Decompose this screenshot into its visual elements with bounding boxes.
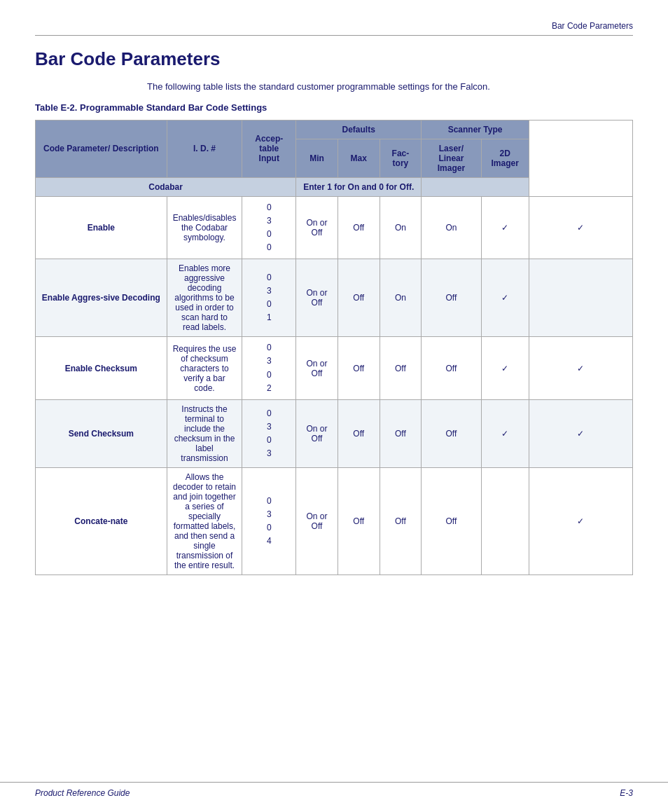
id-cell: 0303 — [242, 400, 296, 468]
col-factory-header: Fac-tory — [380, 139, 422, 177]
table-caption: Table E-2. Programmable Standard Bar Cod… — [35, 102, 633, 113]
2d-cell — [529, 259, 632, 337]
codabar-label: Codabar — [36, 177, 296, 196]
factory-cell: Off — [422, 400, 481, 468]
laser-cell: ✓ — [481, 259, 529, 337]
col-acceptable-header: Accep-table Input — [242, 120, 296, 177]
max-cell: Off — [380, 468, 422, 575]
codabar-note: Enter 1 for On and 0 for Off. — [296, 177, 422, 196]
2d-cell: ✓ — [529, 337, 632, 400]
param-desc-cell: Enables more aggressive decoding algorit… — [167, 259, 242, 337]
acceptable-cell: On orOff — [296, 259, 338, 337]
col-code-param-header: Code Parameter/ Description — [36, 120, 167, 177]
scanner-type-header: Scanner Type — [422, 120, 529, 139]
acceptable-cell: On orOff — [296, 400, 338, 468]
codabar-section-row: Codabar Enter 1 for On and 0 for Off. — [36, 177, 633, 196]
factory-cell: On — [422, 196, 481, 259]
top-header: Bar Code Parameters — [35, 21, 633, 36]
acceptable-cell: On orOff — [296, 337, 338, 400]
param-desc-cell: Instructs the terminal to include the ch… — [167, 400, 242, 468]
max-cell: On — [380, 259, 422, 337]
min-cell: Off — [338, 259, 380, 337]
id-cell: 0301 — [242, 259, 296, 337]
min-cell: Off — [338, 337, 380, 400]
2d-cell: ✓ — [529, 196, 632, 259]
param-name-cell: Enable Checksum — [36, 337, 167, 400]
factory-cell: Off — [422, 468, 481, 575]
table-row: Send ChecksumInstructs the terminal to i… — [36, 400, 633, 468]
page-footer: Product Reference Guide E-3 — [0, 782, 668, 798]
intro-text: The following table lists the standard c… — [147, 80, 633, 94]
acceptable-cell: On orOff — [296, 468, 338, 575]
footer-left: Product Reference Guide — [35, 788, 130, 798]
footer-right: E-3 — [620, 788, 633, 798]
defaults-header: Defaults — [296, 120, 422, 139]
col-2d-header: 2D Imager — [481, 139, 529, 177]
main-table: Code Parameter/ Description I. D. # Acce… — [35, 120, 633, 576]
id-cell: 0302 — [242, 337, 296, 400]
param-name-cell: Concate-nate — [36, 468, 167, 575]
table-row: Enable Aggres-sive DecodingEnables more … — [36, 259, 633, 337]
laser-cell — [481, 468, 529, 575]
2d-cell: ✓ — [529, 400, 632, 468]
codabar-scanner-empty — [422, 177, 529, 196]
col-max-header: Max — [338, 139, 380, 177]
factory-cell: Off — [422, 337, 481, 400]
table-row: Enable ChecksumRequires the use of check… — [36, 337, 633, 400]
max-cell: Off — [380, 337, 422, 400]
laser-cell: ✓ — [481, 196, 529, 259]
col-min-header: Min — [296, 139, 338, 177]
param-name-cell: Send Checksum — [36, 400, 167, 468]
param-desc-cell: Allows the decoder to retain and join to… — [167, 468, 242, 575]
table-row: Concate-nateAllows the decoder to retain… — [36, 468, 633, 575]
max-cell: Off — [380, 400, 422, 468]
min-cell: Off — [338, 400, 380, 468]
laser-cell: ✓ — [481, 400, 529, 468]
param-desc-cell: Enables/disables the Codabar symbology. — [167, 196, 242, 259]
max-cell: On — [380, 196, 422, 259]
col-id-header: I. D. # — [167, 120, 242, 177]
min-cell: Off — [338, 468, 380, 575]
min-cell: Off — [338, 196, 380, 259]
table-row: EnableEnables/disables the Codabar symbo… — [36, 196, 633, 259]
param-desc-cell: Requires the use of checksum characters … — [167, 337, 242, 400]
id-cell: 0304 — [242, 468, 296, 575]
2d-cell: ✓ — [529, 468, 632, 575]
factory-cell: Off — [422, 259, 481, 337]
param-name-cell: Enable Aggres-sive Decoding — [36, 259, 167, 337]
col-laser-header: Laser/ Linear Imager — [422, 139, 481, 177]
id-cell: 0300 — [242, 196, 296, 259]
page-title: Bar Code Parameters — [35, 48, 633, 70]
param-name-cell: Enable — [36, 196, 167, 259]
acceptable-cell: On orOff — [296, 196, 338, 259]
laser-cell: ✓ — [481, 337, 529, 400]
